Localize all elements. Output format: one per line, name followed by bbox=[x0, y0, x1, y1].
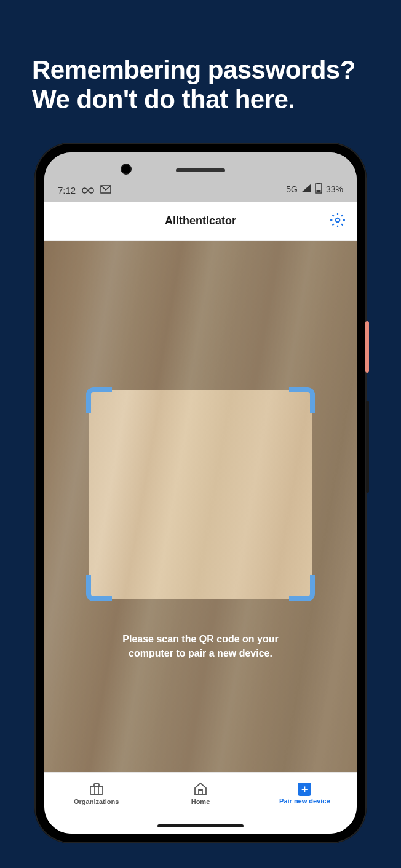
settings-button[interactable] bbox=[330, 212, 346, 231]
status-battery: 33% bbox=[326, 184, 343, 194]
frame-corner-tr bbox=[289, 387, 315, 413]
phone-speaker bbox=[176, 168, 225, 172]
app-top-bar: Allthenticator bbox=[44, 202, 357, 241]
qr-scan-frame bbox=[89, 390, 312, 599]
headline-line-2: We don't do that here. bbox=[32, 85, 369, 114]
camera-viewport: Please scan the QR code on your computer… bbox=[44, 241, 357, 772]
svg-point-4 bbox=[336, 218, 340, 222]
frame-corner-br bbox=[289, 575, 315, 601]
nav-home-label: Home bbox=[191, 798, 210, 805]
gesture-nav-bar[interactable] bbox=[157, 824, 244, 827]
scan-instruction: Please scan the QR code on your computer… bbox=[114, 632, 287, 660]
nav-organizations[interactable]: Organizations bbox=[44, 782, 148, 805]
phone-mockup: 7:12 5G bbox=[34, 143, 367, 843]
svg-rect-3 bbox=[316, 190, 320, 192]
briefcase-icon bbox=[89, 782, 104, 797]
signal-icon bbox=[301, 184, 311, 194]
status-time: 7:12 bbox=[58, 185, 76, 195]
svg-rect-2 bbox=[317, 183, 320, 184]
plus-icon: + bbox=[298, 783, 311, 796]
bottom-nav: Organizations Home + Pair new bbox=[44, 772, 357, 815]
nav-organizations-label: Organizations bbox=[74, 798, 119, 805]
frame-corner-tl bbox=[86, 387, 112, 413]
mail-icon bbox=[100, 185, 111, 195]
infinity-icon bbox=[82, 185, 94, 195]
phone-power-button bbox=[365, 321, 369, 373]
app-title: Allthenticator bbox=[165, 215, 236, 227]
home-icon bbox=[193, 782, 208, 797]
phone-volume-button bbox=[366, 401, 369, 493]
svg-rect-5 bbox=[90, 786, 103, 794]
marketing-headline: Remembering passwords? We don't do that … bbox=[0, 0, 401, 115]
frame-corner-bl bbox=[86, 575, 112, 601]
status-bar: 7:12 5G bbox=[44, 152, 357, 202]
phone-front-camera bbox=[122, 165, 130, 173]
battery-icon bbox=[315, 183, 322, 195]
nav-home[interactable]: Home bbox=[148, 782, 252, 805]
nav-pair-new-device[interactable]: + Pair new device bbox=[253, 783, 357, 805]
nav-pair-label: Pair new device bbox=[279, 797, 330, 805]
status-network: 5G bbox=[286, 184, 298, 194]
headline-line-1: Remembering passwords? bbox=[32, 55, 369, 85]
